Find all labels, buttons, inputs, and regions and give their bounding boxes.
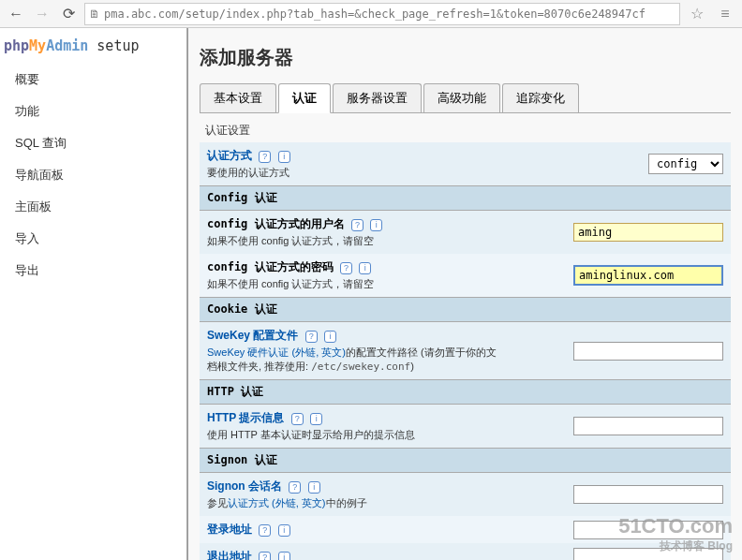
bookmark-icon[interactable]: ☆ xyxy=(686,3,708,25)
group-http: HTTP 认证 xyxy=(200,380,731,405)
http-realm-desc: 使用 HTTP 基本认证时显示给用户的提示信息 xyxy=(207,428,500,442)
signon-session-input[interactable] xyxy=(573,485,723,504)
sidebar-item-import[interactable]: 导入 xyxy=(0,223,186,255)
signon-session-label[interactable]: Signon 会话名 xyxy=(207,479,282,493)
help-icon[interactable]: ? xyxy=(259,151,271,163)
back-button[interactable]: ← xyxy=(6,4,26,24)
browser-toolbar: ← → ⟳ 🗎 pma.abc.com/setup/index.php?tab_… xyxy=(0,0,742,28)
url-text: pma.abc.com/setup/index.php?tab_hash=&ch… xyxy=(104,7,646,21)
help-icon[interactable]: ? xyxy=(305,331,318,343)
address-bar[interactable]: 🗎 pma.abc.com/setup/index.php?tab_hash=&… xyxy=(84,3,680,25)
info-icon[interactable]: i xyxy=(308,481,320,494)
tab-bar: 基本设置 认证 服务器设置 高级功能 追踪变化 xyxy=(200,83,731,113)
tab-advanced[interactable]: 高级功能 xyxy=(423,83,500,112)
config-user-label: config 认证方式的用户名 xyxy=(207,217,345,230)
signon-login-label[interactable]: 登录地址 xyxy=(207,523,252,536)
tab-basic[interactable]: 基本设置 xyxy=(200,83,276,112)
help-icon[interactable]: ? xyxy=(259,524,271,537)
swekey-desc: SweKey 硬件认证 (外链, 英文)的配置文件路径 (请勿置于你的文档根文件… xyxy=(207,346,500,374)
forward-button[interactable]: → xyxy=(32,4,52,24)
sidebar-item-main-panel[interactable]: 主面板 xyxy=(0,191,186,223)
auth-method-label[interactable]: 认证方式 xyxy=(207,149,252,162)
auth-method-desc: 要使用的认证方式 xyxy=(207,166,500,180)
signon-logout-label[interactable]: 退出地址 xyxy=(207,550,252,560)
swekey-label[interactable]: SweKey 配置文件 xyxy=(207,329,298,342)
help-icon[interactable]: ? xyxy=(259,552,271,560)
sidebar-item-sql[interactable]: SQL 查询 xyxy=(0,127,186,159)
config-pass-input[interactable] xyxy=(573,265,723,286)
info-icon[interactable]: i xyxy=(278,524,290,537)
tab-auth[interactable]: 认证 xyxy=(278,83,331,113)
help-icon[interactable]: ? xyxy=(351,219,364,231)
content-area: 添加服务器 基本设置 认证 服务器设置 高级功能 追踪变化 认证设置 认证方式 … xyxy=(187,28,742,560)
http-realm-label[interactable]: HTTP 提示信息 xyxy=(207,411,284,424)
config-user-desc: 如果不使用 config 认证方式，请留空 xyxy=(207,234,500,248)
tab-server[interactable]: 服务器设置 xyxy=(333,83,422,112)
sidebar: phpMyAdmin setup 概要 功能 SQL 查询 导航面板 主面板 导… xyxy=(0,28,187,560)
info-icon[interactable]: i xyxy=(278,151,290,163)
auth-method-select[interactable]: config xyxy=(648,154,723,174)
group-config: Config 认证 xyxy=(200,186,731,211)
page-icon: 🗎 xyxy=(89,7,100,21)
info-icon[interactable]: i xyxy=(278,552,290,560)
help-icon[interactable]: ? xyxy=(289,481,301,494)
sidebar-item-features[interactable]: 功能 xyxy=(0,96,186,127)
tab-tracking[interactable]: 追踪变化 xyxy=(502,83,579,112)
info-icon[interactable]: i xyxy=(310,413,322,425)
menu-icon[interactable]: ≡ xyxy=(714,3,736,25)
info-icon[interactable]: i xyxy=(359,262,371,274)
signon-login-input[interactable] xyxy=(573,521,723,539)
sidebar-item-export[interactable]: 导出 xyxy=(0,255,186,287)
sidebar-item-overview[interactable]: 概要 xyxy=(0,64,186,96)
config-pass-desc: 如果不使用 config 认证方式，请留空 xyxy=(207,277,500,291)
page-title: 添加服务器 xyxy=(200,45,731,70)
help-icon[interactable]: ? xyxy=(340,262,352,274)
help-icon[interactable]: ? xyxy=(291,413,304,425)
signon-logout-input[interactable] xyxy=(573,548,723,561)
config-user-input[interactable] xyxy=(573,223,723,242)
config-pass-label: config 认证方式的密码 xyxy=(207,260,334,273)
http-realm-input[interactable] xyxy=(573,417,723,435)
logo: phpMyAdmin setup xyxy=(0,34,186,64)
info-icon[interactable]: i xyxy=(370,219,382,231)
group-cookie: Cookie 认证 xyxy=(200,298,731,322)
section-label: 认证设置 xyxy=(200,119,731,142)
reload-button[interactable]: ⟳ xyxy=(58,4,79,24)
swekey-input[interactable] xyxy=(573,342,723,361)
info-icon[interactable]: i xyxy=(324,331,336,343)
group-signon: Signon 认证 xyxy=(200,449,731,473)
signon-session-desc: 参见认证方式 (外链, 英文)中的例子 xyxy=(207,496,500,510)
sidebar-item-nav-panel[interactable]: 导航面板 xyxy=(0,159,186,191)
